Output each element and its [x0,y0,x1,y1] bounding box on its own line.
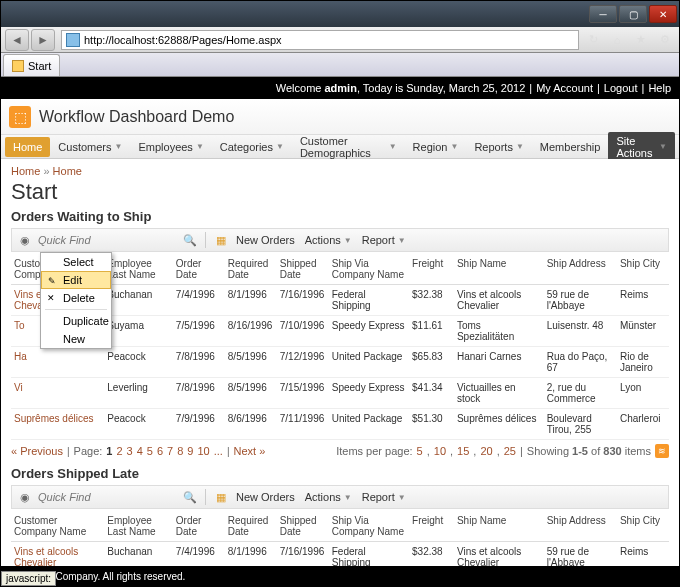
rss-icon[interactable]: ≋ [655,444,669,458]
table-row[interactable]: HaPeacock7/8/19968/5/19967/12/1996United… [11,347,669,378]
url-field[interactable]: http://localhost:62888/Pages/Home.aspx [61,30,579,50]
my-account-link[interactable]: My Account [536,82,593,94]
column-header[interactable]: Shipped Date [277,511,329,542]
context-delete[interactable]: ✕Delete [41,289,111,307]
column-header[interactable]: Employee Last Name [104,511,173,542]
help-link[interactable]: Help [648,82,671,94]
column-header[interactable]: Employee Last Name [104,254,173,285]
column-header[interactable]: Ship Name [454,511,544,542]
new-orders-link[interactable]: New Orders [232,234,299,246]
cell: 2, rue du Commerce [544,378,617,409]
context-select[interactable]: Select [41,253,111,271]
search-icon[interactable]: 🔍 [181,488,199,506]
logout-link[interactable]: Logout [604,82,638,94]
cell[interactable]: Vi [11,378,104,409]
pager-size[interactable]: 15 [457,445,469,457]
view-selector-icon[interactable]: ◉ [16,488,34,506]
pager-page[interactable]: 6 [157,445,163,457]
menu-item-membership[interactable]: Membership [532,137,609,157]
new-icon[interactable]: ▦ [212,231,230,249]
pager-next[interactable]: Next » [234,445,266,457]
column-header[interactable]: Ship Via Company Name [329,254,409,285]
pager-page[interactable]: 7 [167,445,173,457]
column-header[interactable]: Required Date [225,254,277,285]
column-header[interactable]: Order Date [173,254,225,285]
column-header[interactable]: Shipped Date [277,254,329,285]
actions-menu[interactable]: Actions ▼ [301,491,356,503]
refresh-icon[interactable]: ↻ [583,30,603,50]
cell[interactable]: Ha [11,347,104,378]
pager-page[interactable]: 2 [116,445,122,457]
column-header[interactable]: Ship City [617,511,669,542]
favorites-icon[interactable]: ★ [631,30,651,50]
site-actions-button[interactable]: Site Actions▼ [608,132,675,162]
column-header[interactable]: Ship Name [454,254,544,285]
column-header[interactable]: Ship City [617,254,669,285]
column-header[interactable]: Customer Company Name [11,511,104,542]
column-header[interactable]: Freight [409,254,454,285]
column-header[interactable]: Order Date [173,511,225,542]
menu-item-home[interactable]: Home [5,137,50,157]
context-edit[interactable]: ✎Edit [41,271,111,289]
menu-item-employees[interactable]: Employees▼ [130,137,211,157]
breadcrumb-item[interactable]: Home [11,165,40,177]
column-header[interactable]: Ship Address [544,511,617,542]
nav-forward-button[interactable]: ► [31,29,55,51]
column-header[interactable]: Ship Address [544,254,617,285]
new-icon[interactable]: ▦ [212,488,230,506]
context-duplicate[interactable]: Duplicate [41,312,111,330]
new-orders-link[interactable]: New Orders [232,491,299,503]
search-icon[interactable]: 🔍 [181,231,199,249]
nav-back-button[interactable]: ◄ [5,29,29,51]
report-menu[interactable]: Report ▼ [358,491,410,503]
pager-page[interactable]: 1 [106,445,112,457]
column-header[interactable]: Ship Via Company Name [329,511,409,542]
column-header[interactable]: Required Date [225,511,277,542]
pager-size[interactable]: 20 [480,445,492,457]
pager-page[interactable]: ... [214,445,223,457]
window-close-button[interactable]: ✕ [649,5,677,23]
cell[interactable]: Suprêmes délices [11,409,104,440]
quick-find-input[interactable] [36,488,179,506]
cell: Hanari Carnes [454,347,544,378]
tools-icon[interactable]: ⚙ [655,30,675,50]
window-titlebar: ─ ▢ ✕ [1,1,679,27]
welcome-text: Welcome admin, Today is Sunday, March 25… [276,82,525,94]
pager-page[interactable]: 9 [187,445,193,457]
browser-status-bar: javascript: [1,571,56,586]
table-row[interactable]: ViLeverling7/8/19968/5/19967/15/1996Spee… [11,378,669,409]
cell: 7/16/1996 [277,285,329,316]
cell: 8/1/1996 [225,285,277,316]
menu-item-customers[interactable]: Customers▼ [50,137,130,157]
menu-item-customer-demographics[interactable]: Customer Demographics▼ [292,131,405,163]
menu-item-reports[interactable]: Reports▼ [466,137,531,157]
quick-find-input[interactable] [36,231,179,249]
pager-page[interactable]: 8 [177,445,183,457]
table-row[interactable]: Suprêmes délicesPeacock7/9/19968/6/19967… [11,409,669,440]
cell: Toms Spezialitäten [454,316,544,347]
context-new[interactable]: New [41,330,111,348]
menu-item-categories[interactable]: Categories▼ [212,137,292,157]
cell: 8/5/1996 [225,347,277,378]
pager-page[interactable]: 10 [197,445,209,457]
window-maximize-button[interactable]: ▢ [619,5,647,23]
pager-size[interactable]: 5 [417,445,423,457]
table-row[interactable]: Vins et alcools ChevalierBuchanan7/4/199… [11,542,669,567]
column-header[interactable]: Freight [409,511,454,542]
pager-size[interactable]: 10 [434,445,446,457]
actions-menu[interactable]: Actions ▼ [301,234,356,246]
breadcrumb-item: Home [53,165,82,177]
pager-size[interactable]: 25 [504,445,516,457]
browser-tab[interactable]: Start [3,54,60,76]
pager-page[interactable]: 4 [137,445,143,457]
pager-page[interactable]: 5 [147,445,153,457]
cell[interactable]: Vins et alcools Chevalier [11,542,104,567]
menu-item-region[interactable]: Region▼ [405,137,467,157]
home-icon[interactable]: ⌂ [607,30,627,50]
view-selector-icon[interactable]: ◉ [16,231,34,249]
pager-prev[interactable]: « Previous [11,445,63,457]
window-minimize-button[interactable]: ─ [589,5,617,23]
url-text: http://localhost:62888/Pages/Home.aspx [84,34,282,46]
report-menu[interactable]: Report ▼ [358,234,410,246]
pager-page[interactable]: 3 [127,445,133,457]
